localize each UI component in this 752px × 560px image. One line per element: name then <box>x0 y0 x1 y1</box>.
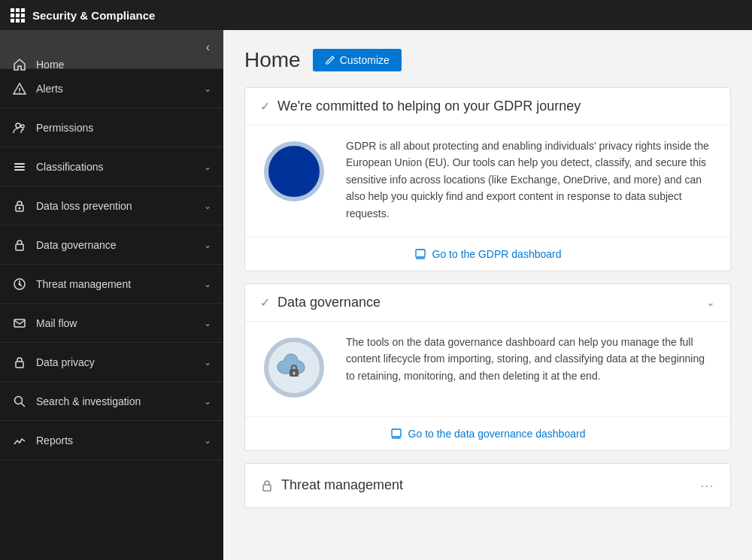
sidebar-item-data-privacy-label: Data privacy <box>36 356 95 368</box>
data-governance-link-text: Go to the data governance dashboard <box>408 428 586 440</box>
svg-point-14 <box>15 396 23 404</box>
reports-chevron-icon: ⌄ <box>204 435 211 446</box>
sidebar-item-reports[interactable]: Reports ⌄ <box>0 421 223 460</box>
gdpr-link-text: Go to the GDPR dashboard <box>432 248 562 260</box>
svg-line-15 <box>22 403 26 407</box>
sidebar-item-permissions[interactable]: Permissions <box>0 108 223 147</box>
sidebar-item-alerts-label: Alerts <box>36 83 63 95</box>
sidebar-item-dlp-label: Data loss prevention <box>36 200 132 212</box>
main-content: Home Customize ✓ We're committed to help… <box>223 30 752 560</box>
link-icon-2 <box>390 428 402 440</box>
data-governance-dashboard-link[interactable]: Go to the data governance dashboard <box>245 416 730 450</box>
data-governance-card-header[interactable]: ✓ Data governance ⌄ <box>245 284 730 321</box>
svg-marker-18 <box>313 154 314 162</box>
customize-button[interactable]: Customize <box>313 49 402 71</box>
sidebar-item-data-privacy[interactable]: Data privacy ⌄ <box>0 343 223 382</box>
svg-marker-26 <box>274 154 275 162</box>
sidebar-item-search-label: Search & investigation <box>36 395 141 407</box>
svg-rect-32 <box>293 373 295 375</box>
cloud-lock-svg <box>274 348 314 387</box>
sidebar-item-alerts[interactable]: Alerts ⌄ <box>0 69 223 108</box>
svg-marker-27 <box>277 152 285 153</box>
threat-management-card-title: Threat management <box>281 477 403 493</box>
page-header: Home Customize <box>244 48 731 72</box>
sidebar-item-home[interactable]: Home <box>0 30 223 69</box>
mail-flow-icon <box>12 316 27 331</box>
sidebar-item-mail-flow-label: Mail flow <box>36 317 77 329</box>
gdpr-card-text: GDPR is all about protecting and enablin… <box>346 138 715 222</box>
threat-management-card-header[interactable]: Threat management ⋯ <box>245 464 730 507</box>
svg-rect-13 <box>16 362 23 368</box>
svg-rect-35 <box>263 485 271 491</box>
search-chevron-icon: ⌄ <box>204 396 211 407</box>
svg-point-1 <box>19 92 20 93</box>
dlp-chevron-icon: ⌄ <box>204 201 211 211</box>
svg-rect-9 <box>16 244 23 250</box>
data-governance-card-image <box>260 334 328 401</box>
sidebar-item-classifications[interactable]: Classifications ⌄ <box>0 147 223 186</box>
reports-icon <box>12 433 27 448</box>
check-icon-2: ✓ <box>260 295 270 310</box>
search-icon <box>12 394 27 409</box>
svg-rect-33 <box>392 429 401 437</box>
mail-flow-chevron-icon: ⌄ <box>204 318 211 328</box>
svg-point-3 <box>21 125 24 128</box>
eu-flag-svg <box>274 152 314 191</box>
threat-management-icon <box>12 277 27 292</box>
data-loss-prevention-icon <box>12 198 27 213</box>
data-governance-card-body: The tools on the data governance dashboa… <box>245 321 730 416</box>
sidebar-item-data-governance[interactable]: Data governance ⌄ <box>0 226 223 265</box>
data-privacy-icon <box>12 355 27 370</box>
sidebar-item-threat-management[interactable]: Threat management ⌄ <box>0 265 223 304</box>
data-governance-expand-icon[interactable]: ⌄ <box>706 296 715 308</box>
customize-btn-label: Customize <box>340 54 390 66</box>
edit-icon <box>325 55 335 65</box>
svg-rect-4 <box>14 163 25 165</box>
classifications-chevron-icon: ⌄ <box>204 162 211 172</box>
sidebar-collapse-button[interactable]: ‹ <box>202 39 214 56</box>
sidebar-item-search-investigation[interactable]: Search & investigation ⌄ <box>0 382 223 421</box>
link-icon <box>414 248 426 260</box>
gdpr-card-header[interactable]: ✓ We're committed to helping on your GDP… <box>245 88 730 125</box>
data-governance-card-text: The tools on the data governance dashboa… <box>346 334 715 384</box>
sidebar: ‹ Home <box>0 30 223 560</box>
sidebar-item-classifications-label: Classifications <box>36 161 103 173</box>
threat-management-card: Threat management ⋯ <box>244 463 731 508</box>
eu-flag <box>264 141 324 201</box>
svg-marker-20 <box>313 180 314 189</box>
top-bar: Security & Compliance <box>0 0 752 30</box>
svg-marker-21 <box>303 190 311 191</box>
sidebar-item-data-governance-label: Data governance <box>36 239 117 251</box>
sidebar-item-threat-management-label: Threat management <box>36 278 131 290</box>
svg-marker-17 <box>303 152 311 153</box>
svg-rect-28 <box>416 250 425 257</box>
svg-marker-24 <box>274 180 275 189</box>
sidebar-item-data-loss-prevention[interactable]: Data loss prevention ⌄ <box>0 186 223 226</box>
check-icon: ✓ <box>260 99 270 114</box>
permissions-icon <box>12 120 27 135</box>
sidebar-item-permissions-label: Permissions <box>36 122 93 134</box>
data-governance-card-title: Data governance <box>277 295 381 310</box>
svg-rect-12 <box>14 319 25 327</box>
gdpr-card: ✓ We're committed to helping on your GDP… <box>244 87 731 271</box>
threat-management-chevron-icon: ⌄ <box>204 279 211 289</box>
gdpr-card-title: We're committed to helping on your GDPR … <box>277 98 581 114</box>
data-governance-chevron-icon: ⌄ <box>204 240 211 250</box>
gdpr-card-image <box>260 138 328 205</box>
alert-icon <box>12 81 27 96</box>
svg-rect-5 <box>14 166 25 168</box>
gdpr-dashboard-link[interactable]: Go to the GDPR dashboard <box>245 237 730 271</box>
sidebar-item-mail-flow[interactable]: Mail flow ⌄ <box>0 304 223 343</box>
classifications-icon <box>12 159 27 174</box>
cloud-lock-icon <box>264 338 324 398</box>
threat-management-options-icon[interactable]: ⋯ <box>700 477 715 494</box>
page-title: Home <box>244 48 301 72</box>
app-grid-icon[interactable] <box>11 8 25 23</box>
sidebar-item-reports-label: Reports <box>36 434 73 446</box>
svg-point-11 <box>19 283 21 285</box>
data-governance-icon <box>12 238 27 253</box>
svg-marker-23 <box>277 190 285 191</box>
svg-point-8 <box>19 207 21 209</box>
data-governance-card: ✓ Data governance ⌄ <box>244 283 731 451</box>
svg-point-2 <box>16 123 20 128</box>
